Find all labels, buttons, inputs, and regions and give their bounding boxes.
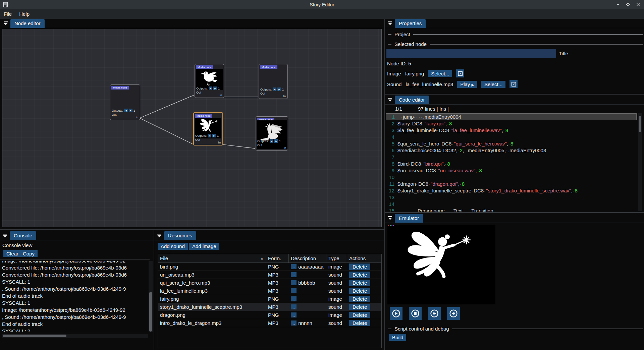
output-prev-button[interactable]: ◀ — [208, 134, 211, 137]
column-header-actions[interactable]: Actions — [347, 254, 379, 262]
tab-properties[interactable]: Properties — [395, 19, 426, 28]
node-in-port[interactable]: In — [283, 95, 286, 98]
output-next-button[interactable]: ▶ — [212, 134, 216, 137]
emulator-play-button[interactable] — [390, 307, 402, 320]
resource-row[interactable]: fairy.pngPNG..imageDelete — [158, 295, 381, 303]
collapse-emulator-button[interactable] — [388, 216, 392, 220]
close-button[interactable] — [635, 2, 641, 7]
delete-resource-button[interactable]: Delete — [349, 272, 370, 278]
delete-resource-button[interactable]: Delete — [349, 264, 370, 270]
edit-description-button[interactable]: .. — [291, 296, 297, 301]
node-out-port[interactable]: Out — [196, 91, 201, 94]
resource-row[interactable]: qui_sera_le_hero.mp3MP3..bbbbbbsoundDele… — [158, 279, 381, 287]
output-next-button[interactable]: ▶ — [274, 139, 278, 143]
console-vertical-scrollbar-thumb[interactable] — [149, 292, 152, 332]
graph-node-bird[interactable]: Media nodeOutputs:◀▶1OutIn — [195, 64, 224, 98]
output-prev-button[interactable]: ◀ — [270, 139, 273, 143]
edit-description-button[interactable]: .. — [291, 320, 297, 326]
tab-emulator[interactable]: Emulator — [395, 214, 423, 223]
image-clear-button[interactable]: × — [456, 69, 464, 77]
node-out-port[interactable]: Out — [257, 143, 262, 147]
code-line-6[interactable]: 6$mediaChoice0004·DC32,·2,·.mediaEntry00… — [386, 147, 637, 154]
node-in-port[interactable]: In — [283, 146, 286, 150]
edit-description-button[interactable]: .. — [291, 264, 297, 269]
collapse-resources-button[interactable] — [157, 233, 162, 238]
output-next-button[interactable]: ▶ — [213, 86, 217, 90]
node-out-port[interactable]: Out — [112, 113, 117, 116]
code-line-11[interactable]: 11$dragon·DC8·"dragon.qoi",·8 — [386, 180, 637, 187]
console-copy-button[interactable]: Copy — [20, 250, 38, 257]
add-image-button[interactable]: Add image — [189, 243, 219, 250]
edit-description-button[interactable]: .. — [291, 288, 297, 293]
node-graph-canvas[interactable]: Media nodeOutputs:◀▶1OutInMedia nodeOutp… — [2, 29, 382, 227]
menu-help[interactable]: Help — [15, 9, 33, 19]
code-line-partial[interactable]: 15 Personnage Text Transition — [386, 208, 634, 212]
node-title-input[interactable] — [386, 49, 556, 58]
output-next-button[interactable]: ▶ — [277, 88, 281, 91]
resource-row[interactable]: un_oiseau.mp3MP3..soundDelete — [158, 271, 381, 279]
code-line-9[interactable]: 9$un_oiseau·DC8·"un_oiseau.wav",·8 — [386, 167, 637, 174]
delete-resource-button[interactable]: Delete — [349, 296, 370, 302]
graph-node-fairy[interactable]: Media nodeOutputs:◀▶1OutIn — [193, 112, 223, 145]
collapse-code-editor-button[interactable] — [388, 98, 392, 102]
delete-resource-button[interactable]: Delete — [349, 280, 370, 286]
edit-description-button[interactable]: .. — [291, 272, 297, 277]
node-in-port[interactable]: In — [136, 116, 138, 119]
code-line-14[interactable]: 14 — [386, 200, 637, 207]
output-next-button[interactable]: ▶ — [129, 109, 132, 112]
build-button[interactable]: Build — [389, 334, 406, 341]
column-header-type[interactable]: Type — [326, 254, 347, 262]
delete-resource-button[interactable]: Delete — [349, 312, 370, 318]
tab-resources[interactable]: Resources — [164, 231, 196, 240]
code-line-12[interactable]: 12$story1_drako_luminelle_sceptre·DC8·"s… — [386, 187, 637, 194]
code-editor-area[interactable]: 1→jump····.mediaEntry00042$fairy·DC8·"fa… — [386, 113, 637, 207]
console-horizontal-scrollbar-thumb[interactable] — [3, 335, 66, 337]
column-header-file[interactable]: File▲ — [158, 254, 266, 262]
sound-play-button[interactable]: Play ▶ — [457, 81, 477, 88]
maximize-button[interactable] — [625, 2, 631, 7]
emulator-step-forward-button[interactable] — [447, 307, 460, 320]
code-line-13[interactable]: 13 — [386, 194, 637, 200]
collapse-console-button[interactable] — [3, 233, 7, 238]
output-prev-button[interactable]: ◀ — [209, 86, 212, 90]
delete-resource-button[interactable]: Delete — [349, 288, 370, 294]
code-line-10[interactable]: 10 — [386, 174, 637, 180]
code-line-7[interactable]: 7 — [386, 154, 637, 160]
edit-description-button[interactable]: .. — [291, 304, 297, 309]
column-header-description[interactable]: Description — [289, 254, 326, 262]
console-vertical-scrollbar[interactable] — [149, 261, 153, 332]
console-horizontal-scrollbar[interactable] — [2, 334, 148, 338]
resource-row[interactable]: la_fee_luminelle.mp3MP3..soundDelete — [158, 287, 381, 295]
code-line-1[interactable]: 1→jump····.mediaEntry0004 — [386, 113, 637, 120]
node-out-port[interactable]: Out — [195, 138, 200, 141]
image-select-button[interactable]: Select... — [428, 70, 452, 77]
collapse-node-editor-button[interactable] — [3, 21, 8, 25]
delete-resource-button[interactable]: Delete — [349, 304, 370, 310]
code-line-3[interactable]: 3$la_fee_luminelle·DC8·"la_fee_luminelle… — [386, 127, 637, 133]
sound-clear-button[interactable]: × — [509, 80, 518, 88]
console-clear-button[interactable]: Clear — [3, 250, 21, 257]
menu-file[interactable]: File — [0, 9, 15, 19]
delete-resource-button[interactable]: Delete — [349, 320, 370, 326]
resource-row[interactable]: bird.pngPNG..aaaaaaaaaimageDelete — [158, 263, 381, 271]
node-in-port[interactable]: In — [218, 141, 221, 144]
resource-row[interactable]: story1_drako_luminelle_sceptre.mp3MP3..s… — [158, 303, 381, 311]
emulator-step-back-button[interactable] — [428, 307, 441, 320]
graph-node-dragon[interactable]: Media nodeOutputs:◀▶1OutIn — [256, 116, 288, 151]
code-editor-scrollbar[interactable] — [638, 113, 642, 211]
node-in-port[interactable]: In — [219, 94, 222, 97]
add-sound-button[interactable]: Add sound — [158, 243, 188, 250]
tab-console[interactable]: Console — [10, 231, 36, 240]
tab-code-editor[interactable]: Code editor — [395, 96, 429, 104]
code-line-2[interactable]: 2$fairy·DC8·"fairy.qoi",·8 — [386, 120, 637, 127]
edit-description-button[interactable]: .. — [291, 312, 297, 317]
graph-node-choice[interactable]: Media nodeOutputs:◀▶1OutIn — [259, 64, 288, 99]
resource-row[interactable]: intro_drako_le_dragon.mp3MP3..nnnnnsound… — [158, 319, 381, 327]
emulator-stop-button[interactable] — [409, 307, 422, 320]
node-out-port[interactable]: Out — [260, 92, 265, 95]
code-line-4[interactable]: 4 — [386, 133, 637, 140]
code-line-5[interactable]: 5$qui_sera_le_hero·DC8·"qui_sera_le_hero… — [386, 140, 637, 147]
code-editor-scrollbar-thumb[interactable] — [639, 116, 641, 132]
output-prev-button[interactable]: ◀ — [273, 88, 276, 91]
resource-row[interactable]: dragon.pngPNG..imageDelete — [158, 311, 381, 319]
